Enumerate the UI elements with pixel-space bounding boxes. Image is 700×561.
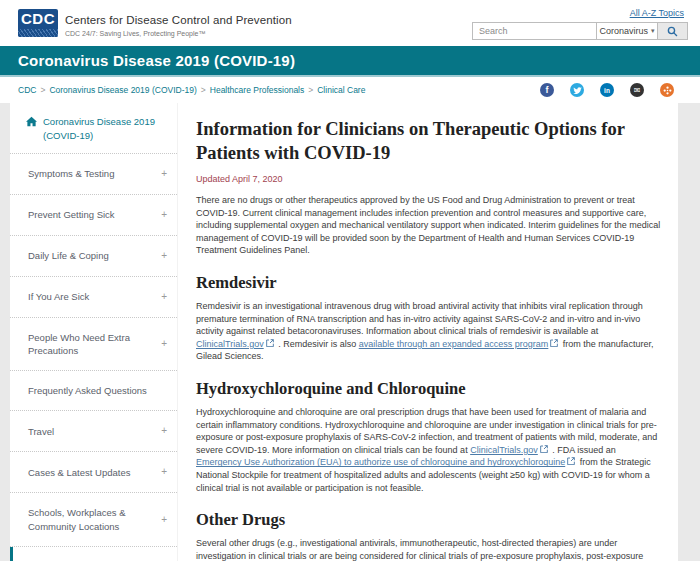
inline-link[interactable]: Emergency Use Authorization (EUA) to aut…	[196, 457, 565, 467]
syndicate-icon[interactable]	[660, 83, 674, 97]
breadcrumb-separator: >	[40, 85, 45, 95]
sidebar-item-label: Travel	[28, 425, 54, 438]
sidebar-item-if-you-are-sick: If You Are Sick+	[10, 277, 177, 318]
content-zone: Coronavirus Disease 2019 (COVID-19) Symp…	[0, 103, 700, 561]
sidebar-item-label: Frequently Asked Questions	[28, 384, 147, 397]
sidebar-nav: Coronavirus Disease 2019 (COVID-19) Symp…	[10, 103, 178, 561]
sidebar-item-label: If You Are Sick	[28, 290, 89, 303]
expand-plus-icon[interactable]: +	[161, 424, 167, 438]
section-heading-other-drugs: Other Drugs	[196, 510, 663, 530]
sidebar-link[interactable]: Symptoms & Testing+	[10, 154, 177, 194]
search-button[interactable]	[658, 22, 688, 40]
expand-plus-icon[interactable]: +	[161, 167, 167, 181]
sidebar-list: Symptoms & Testing+ Prevent Getting Sick…	[10, 154, 177, 561]
breadcrumb-link-healthcare-professionals[interactable]: Healthcare Professionals	[210, 85, 305, 95]
social-share-bar: f in ✉	[540, 83, 674, 97]
site-header: CDC Centers for Disease Control and Prev…	[0, 0, 700, 46]
sidebar-link[interactable]: Cases & Latest Updates+	[10, 452, 177, 492]
sidebar-item-travel: Travel+	[10, 411, 177, 452]
updated-date: Updated April 7, 2020	[196, 174, 663, 184]
syndicate-glyph-icon	[663, 86, 672, 95]
twitter-bird-icon	[573, 86, 582, 95]
breadcrumb-row: CDC>Coronavirus Disease 2019 (COVID-19)>…	[0, 77, 700, 103]
remdesivir-paragraph: Remdesivir is an investigational intrave…	[196, 300, 663, 363]
sidebar-item-label: Prevent Getting Sick	[28, 208, 115, 221]
breadcrumb-link-cdc[interactable]: CDC	[18, 85, 36, 95]
sidebar-item-label: Cases & Latest Updates	[28, 466, 130, 479]
intro-paragraph: There are no drugs or other therapeutics…	[196, 194, 663, 257]
breadcrumb-separator: >	[201, 85, 206, 95]
sidebar-link[interactable]: Travel+	[10, 411, 177, 451]
sidebar-item-schools-workplaces: Schools, Workplaces & Community Location…	[10, 493, 177, 547]
breadcrumb-link-clinical-care[interactable]: Clinical Care	[317, 85, 365, 95]
external-link-icon	[266, 339, 274, 347]
other-drugs-paragraph: Several other drugs (e.g., investigation…	[196, 537, 663, 561]
external-link-icon	[550, 339, 558, 347]
chevron-down-icon: ▾	[651, 27, 655, 35]
sidebar-home-link[interactable]: Coronavirus Disease 2019 (COVID-19)	[10, 103, 177, 154]
expand-plus-icon[interactable]: +	[161, 513, 167, 527]
header-right: All A-Z Topics Coronavirus ▾	[472, 6, 688, 40]
hydroxychloroquine-paragraph: Hydroxychloroquine and chloroquine are o…	[196, 406, 663, 494]
org-tagline: CDC 24/7: Saving Lives, Protecting Peopl…	[65, 30, 292, 37]
sidebar-home-label: Coronavirus Disease 2019 (COVID-19)	[43, 115, 167, 143]
sidebar-link[interactable]: Healthcare Professionals−	[10, 547, 177, 561]
breadcrumb-separator: >	[308, 85, 313, 95]
email-icon[interactable]: ✉	[630, 83, 644, 97]
page: CDC Centers for Disease Control and Prev…	[0, 0, 700, 561]
cdc-logo-text: CDC	[18, 9, 58, 29]
external-link-icon	[567, 457, 575, 465]
sidebar-item-cases-latest-updates: Cases & Latest Updates+	[10, 452, 177, 493]
cdc-logo-icon: CDC	[18, 9, 58, 37]
main-content: Information for Clinicians on Therapeuti…	[178, 103, 678, 561]
sidebar-link[interactable]: People Who Need Extra Precautions+	[10, 318, 177, 371]
page-title: Information for Clinicians on Therapeuti…	[196, 117, 663, 165]
expand-plus-icon[interactable]: +	[161, 290, 167, 304]
expand-plus-icon[interactable]: +	[161, 337, 167, 351]
sidebar-link[interactable]: Prevent Getting Sick+	[10, 195, 177, 235]
facebook-icon[interactable]: f	[540, 83, 554, 97]
inline-link[interactable]: ClinicalTrials.gov	[470, 445, 538, 455]
sidebar-item-healthcare-professionals: Healthcare Professionals− Evaluation & T…	[10, 547, 177, 561]
inline-link[interactable]: available through an expanded access pro…	[359, 339, 549, 349]
linkedin-icon[interactable]: in	[600, 83, 614, 97]
sidebar-item-extra-precautions: People Who Need Extra Precautions+	[10, 318, 177, 372]
search-input[interactable]	[472, 22, 596, 40]
search-bar: Coronavirus ▾	[472, 22, 688, 40]
sidebar-item-label: People Who Need Extra Precautions	[28, 331, 155, 358]
sidebar-link[interactable]: Frequently Asked Questions	[10, 371, 177, 410]
search-icon	[667, 26, 678, 37]
logo-text-block: Centers for Disease Control and Preventi…	[65, 10, 292, 37]
section-heading-hydroxychloroquine: Hydroxychloroquine and Chloroquine	[196, 379, 663, 399]
org-name: Centers for Disease Control and Preventi…	[65, 14, 292, 26]
cdc-logo[interactable]: CDC Centers for Disease Control and Prev…	[18, 9, 292, 37]
section-heading-remdesivir: Remdesivir	[196, 273, 663, 293]
sidebar-item-daily-life-coping: Daily Life & Coping+	[10, 236, 177, 277]
external-link-icon	[540, 445, 548, 453]
sidebar-item-label: Symptoms & Testing	[28, 167, 114, 180]
search-scope-label: Coronavirus	[599, 26, 648, 36]
breadcrumb-link-covid[interactable]: Coronavirus Disease 2019 (COVID-19)	[49, 85, 196, 95]
sidebar-item-label: Daily Life & Coping	[28, 249, 109, 262]
expand-plus-icon[interactable]: +	[161, 465, 167, 479]
twitter-icon[interactable]	[570, 83, 584, 97]
sidebar-item-faq: Frequently Asked Questions	[10, 371, 177, 411]
az-topics-link[interactable]: All A-Z Topics	[630, 8, 684, 18]
home-icon	[26, 116, 37, 127]
expand-plus-icon[interactable]: +	[161, 208, 167, 222]
content-container: Coronavirus Disease 2019 (COVID-19) Symp…	[10, 103, 678, 561]
search-scope-dropdown[interactable]: Coronavirus ▾	[596, 22, 658, 40]
expand-plus-icon[interactable]: +	[161, 249, 167, 263]
breadcrumb: CDC>Coronavirus Disease 2019 (COVID-19)>…	[18, 85, 365, 95]
sidebar-item-prevent-getting-sick: Prevent Getting Sick+	[10, 195, 177, 236]
sidebar-item-label: Schools, Workplaces & Community Location…	[28, 506, 155, 533]
sidebar-link[interactable]: Schools, Workplaces & Community Location…	[10, 493, 177, 546]
page-banner: Coronavirus Disease 2019 (COVID-19)	[0, 46, 700, 77]
banner-title: Coronavirus Disease 2019 (COVID-19)	[18, 52, 295, 69]
cdc-logo-hatch	[18, 29, 58, 37]
inline-link[interactable]: ClinicalTrials.gov	[196, 339, 264, 349]
sidebar-link[interactable]: If You Are Sick+	[10, 277, 177, 317]
sidebar-item-symptoms-testing: Symptoms & Testing+	[10, 154, 177, 195]
sidebar-link[interactable]: Daily Life & Coping+	[10, 236, 177, 276]
